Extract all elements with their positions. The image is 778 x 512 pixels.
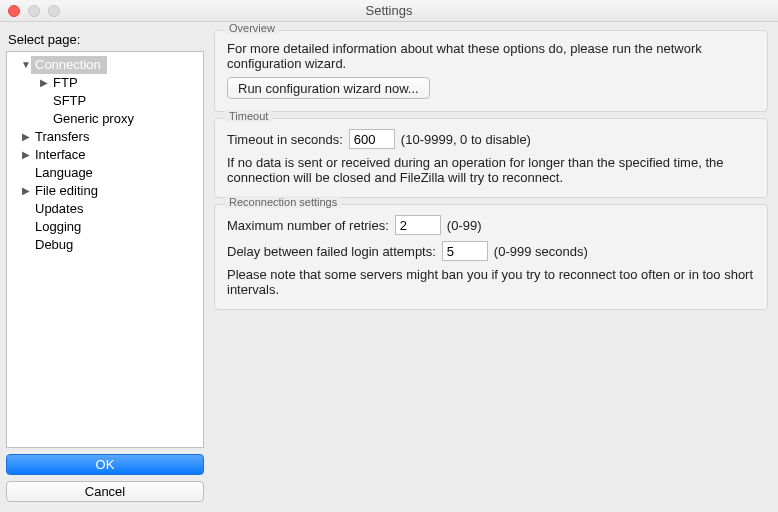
chevron-right-icon[interactable]: ▶ [21,128,31,146]
reconnect-group: Reconnection settings Maximum number of … [214,204,768,310]
tree-item-label: Connection [31,56,107,74]
overview-title: Overview [225,22,279,34]
delay-input[interactable] [442,241,488,261]
chevron-right-icon[interactable]: ▶ [21,146,31,164]
timeout-text: If no data is sent or received during an… [227,155,755,185]
chevron-down-icon[interactable]: ▼ [21,56,31,74]
tree-item-label: FTP [49,74,82,92]
tree-item-ftp[interactable]: ▶FTP [7,74,203,92]
retries-input[interactable] [395,215,441,235]
ok-button[interactable]: OK [6,454,204,475]
tree-item-label: File editing [31,182,102,200]
overview-group: Overview For more detailed information a… [214,30,768,112]
chevron-right-icon[interactable]: ▶ [39,74,49,92]
reconnect-title: Reconnection settings [225,196,341,208]
close-icon[interactable] [8,5,20,17]
traffic-lights [8,5,60,17]
tree-item-logging[interactable]: Logging [7,218,203,236]
tree-item-sftp[interactable]: SFTP [7,92,203,110]
tree-item-label: Logging [31,218,85,236]
tree-item-label: Transfers [31,128,93,146]
tree-item-updates[interactable]: Updates [7,200,203,218]
delay-label: Delay between failed login attempts: [227,244,436,259]
delay-hint: (0-999 seconds) [494,244,588,259]
timeout-input[interactable] [349,129,395,149]
run-wizard-button[interactable]: Run configuration wizard now... [227,77,430,99]
tree-item-transfers[interactable]: ▶Transfers [7,128,203,146]
titlebar: Settings [0,0,778,22]
retries-label: Maximum number of retries: [227,218,389,233]
tree-item-interface[interactable]: ▶Interface [7,146,203,164]
timeout-group: Timeout Timeout in seconds: (10-9999, 0 … [214,118,768,198]
timeout-label: Timeout in seconds: [227,132,343,147]
tree-item-language[interactable]: Language [7,164,203,182]
select-page-label: Select page: [8,32,204,47]
tree-item-label: Debug [31,236,77,254]
tree-item-label: Language [31,164,97,182]
sidebar: Select page: ▼Connection▶FTPSFTPGeneric … [6,30,204,502]
timeout-hint: (10-9999, 0 to disable) [401,132,531,147]
tree-item-debug[interactable]: Debug [7,236,203,254]
window-title: Settings [0,3,778,18]
page-tree[interactable]: ▼Connection▶FTPSFTPGeneric proxy▶Transfe… [6,51,204,448]
cancel-button[interactable]: Cancel [6,481,204,502]
chevron-right-icon[interactable]: ▶ [21,182,31,200]
tree-item-connection[interactable]: ▼Connection [7,56,203,74]
tree-item-file-editing[interactable]: ▶File editing [7,182,203,200]
tree-item-label: SFTP [49,92,90,110]
zoom-icon [48,5,60,17]
settings-panel: Overview For more detailed information a… [214,30,768,502]
tree-item-label: Generic proxy [49,110,138,128]
reconnect-note: Please note that some servers might ban … [227,267,755,297]
overview-text: For more detailed information about what… [227,41,755,71]
tree-item-label: Updates [31,200,87,218]
tree-item-label: Interface [31,146,90,164]
retries-hint: (0-99) [447,218,482,233]
tree-item-generic-proxy[interactable]: Generic proxy [7,110,203,128]
timeout-title: Timeout [225,110,272,122]
minimize-icon [28,5,40,17]
